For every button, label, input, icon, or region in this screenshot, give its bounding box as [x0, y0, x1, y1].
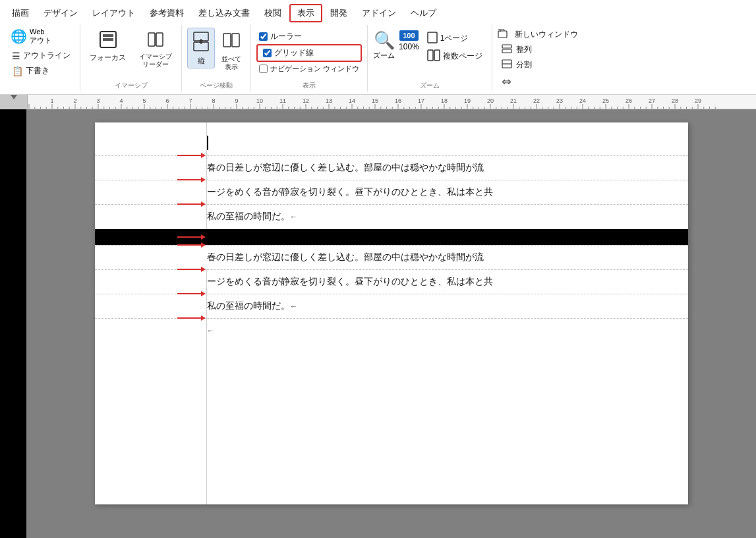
zoom-btn[interactable]: 🔍 ズーム: [373, 30, 395, 61]
app-window: 描画 デザイン レイアウト 参考資料 差し込み文書 校閲 表示 開発 アドイン …: [0, 0, 756, 538]
menu-item-view[interactable]: 表示: [289, 4, 322, 22]
menu-item-help[interactable]: ヘルプ: [404, 5, 443, 21]
sidebyside-btn[interactable]: 並べて表示: [218, 28, 245, 74]
multi-page-btn[interactable]: 複数ページ: [423, 48, 486, 65]
ribbon-group-immersive: フォーカス イマーシブリーダー イマーシブ: [80, 25, 182, 92]
vertical-btn[interactable]: 縦: [187, 28, 215, 68]
nav-checkbox[interactable]: ナビゲーション ウィンドウ: [256, 63, 362, 74]
focus-icon: [99, 30, 117, 51]
ribbon-toolbar: 🌐 Webアウト ☰ アウトライン 📋 下書き: [0, 24, 756, 94]
sidebyside-icon: [222, 30, 241, 54]
menu-item-references[interactable]: 参考資料: [143, 5, 190, 21]
para-mark-6: ←: [290, 302, 298, 311]
split-label: 分割: [516, 59, 532, 70]
outline-label: アウトライン: [23, 50, 71, 61]
ribbon: 描画 デザイン レイアウト 参考資料 差し込み文書 校閲 表示 開発 アドイン …: [0, 0, 756, 95]
menu-item-addin[interactable]: アドイン: [355, 5, 403, 21]
draft-icon: 📋: [12, 66, 23, 76]
group-label-immersive: イマーシブ: [115, 81, 148, 92]
reader-btn[interactable]: イマーシブリーダー: [135, 28, 176, 71]
vertical-label: 縦: [198, 56, 205, 65]
left-sidebar: [0, 109, 26, 538]
gridlines-checkbox-input[interactable]: [263, 49, 272, 57]
menu-item-design[interactable]: デザイン: [37, 5, 84, 21]
split-icon: [502, 59, 512, 70]
nav-checkbox-input[interactable]: [259, 65, 268, 73]
group-label-pagemove: ページ移動: [200, 81, 233, 92]
split-btn[interactable]: 分割: [498, 58, 536, 72]
page-wrapper: 春の日差しが窓辺に優しく差し込む。部屋の中は穏やかな時間が流 ージをめくる音が静…: [26, 109, 756, 538]
group-label-show: 表示: [303, 81, 316, 92]
window-content: 新しいウィンドウ 整列: [498, 25, 582, 90]
menu-item-draw[interactable]: 描画: [5, 5, 36, 21]
one-page-btn[interactable]: 1ページ: [423, 30, 486, 47]
svg-rect-11: [223, 34, 231, 47]
para3: 私の至福の時間だ。←: [95, 204, 688, 229]
multi-page-label: 複数ページ: [443, 51, 482, 62]
web-icon: 🌐: [11, 28, 27, 44]
arrange-icon: [502, 44, 512, 55]
gridlines-checkbox[interactable]: グリッド線: [260, 47, 358, 59]
svg-rect-1: [103, 34, 113, 37]
ribbon-group-zoom: 🔍 ズーム 100 100%: [368, 25, 492, 92]
zoom-percent-label: 100%: [399, 42, 419, 51]
resize-icon: ⇔: [502, 74, 511, 89]
gridlines-label: グリッド線: [274, 47, 314, 59]
draft-label: 下書き: [26, 65, 49, 76]
page[interactable]: 春の日差しが窓辺に優しく差し込む。部屋の中は穏やかな時間が流 ージをめくる音が静…: [95, 122, 688, 504]
cursor: [207, 136, 208, 150]
para2: ージをめくる音が静寂を切り裂く。昼下がりのひととき、私は本と共: [95, 180, 688, 204]
zoom-content: 🔍 ズーム 100 100%: [373, 25, 486, 81]
ribbon-group-window: 新しいウィンドウ 整列: [492, 25, 587, 92]
multi-page-icon: [427, 49, 440, 63]
ruler: [0, 95, 756, 109]
menu-bar: 描画 デザイン レイアウト 参考資料 差し込み文書 校閲 表示 開発 アドイン …: [0, 3, 756, 24]
outline-btn[interactable]: ☰ アウトライン: [8, 49, 74, 63]
zoom-badge: 100: [399, 30, 418, 41]
new-window-icon: [498, 29, 508, 40]
svg-rect-21: [502, 49, 511, 53]
draft-btn[interactable]: 📋 下書き: [8, 64, 74, 78]
vertical-icon: [192, 31, 210, 55]
web-label: Webアウト: [30, 28, 51, 45]
zoom-search-icon: 🔍: [374, 30, 395, 51]
svg-rect-15: [434, 50, 440, 61]
new-window-label: 新しいウィンドウ: [515, 29, 578, 40]
show-checkboxes: ルーラー グリッド線 ナビゲーション ウィンドウ: [256, 28, 362, 74]
menu-item-mailings[interactable]: 差し込み文書: [192, 5, 256, 21]
reader-label: イマーシブリーダー: [139, 53, 172, 68]
svg-rect-20: [502, 45, 511, 48]
svg-marker-10: [199, 42, 203, 44]
outline-icon: ☰: [12, 51, 20, 61]
document-area: 春の日差しが窓辺に優しく差し込む。部屋の中は穏やかな時間が流 ージをめくる音が静…: [0, 109, 756, 538]
arrange-label: 整列: [516, 44, 532, 55]
reader-icon: [146, 30, 165, 51]
focus-btn[interactable]: フォーカス: [86, 28, 130, 65]
menu-item-dev[interactable]: 開発: [324, 5, 354, 21]
ribbon-group-views-content: 🌐 Webアウト ☰ アウトライン 📋 下書き: [8, 25, 74, 90]
para-mark-7: ←: [207, 326, 215, 335]
para5: ージをめくる音が静寂を切り裂く。昼下がりのひととき、私は本と共: [95, 269, 688, 294]
group-label-zoom: ズーム: [420, 81, 440, 92]
svg-rect-14: [428, 50, 433, 61]
ruler-checkbox[interactable]: ルーラー: [256, 30, 362, 43]
doc-content[interactable]: 春の日差しが窓辺に優しく差し込む。部屋の中は穏やかな時間が流 ージをめくる音が静…: [26, 109, 756, 538]
ribbon-group-views: 🌐 Webアウト ☰ アウトライン 📋 下書き: [5, 25, 80, 92]
svg-rect-4: [156, 33, 163, 46]
arrange-btn[interactable]: 整列: [498, 43, 536, 57]
new-window-btn[interactable]: 新しいウィンドウ: [511, 28, 582, 41]
menu-item-review[interactable]: 校閲: [258, 5, 288, 21]
focus-label: フォーカス: [90, 53, 126, 62]
one-page-label: 1ページ: [440, 33, 469, 44]
sidebyside-label: 並べて表示: [221, 55, 241, 71]
nav-label: ナビゲーション ウィンドウ: [270, 64, 359, 74]
svg-rect-12: [232, 34, 239, 47]
zoom-label: ズーム: [373, 51, 395, 61]
outline-draft-stack: ☰ アウトライン 📋 下書き: [8, 46, 74, 78]
menu-item-layout[interactable]: レイアウト: [86, 5, 142, 21]
show-content: ルーラー グリッド線 ナビゲーション ウィンドウ: [256, 25, 362, 81]
svg-rect-2: [103, 38, 113, 41]
svg-rect-13: [428, 32, 437, 43]
para7: ←: [95, 318, 688, 342]
ruler-checkbox-input[interactable]: [259, 32, 268, 41]
